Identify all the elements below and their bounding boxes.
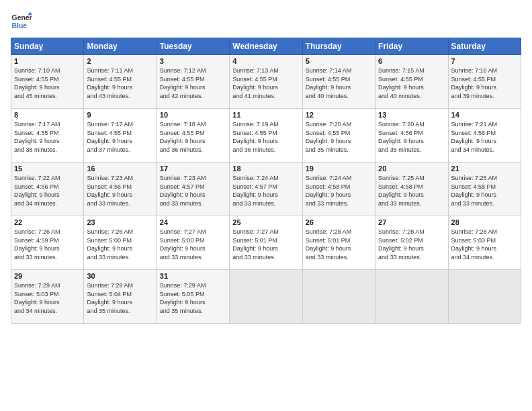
day-number: 5 xyxy=(306,57,372,65)
day-info: Sunrise: 7:25 AMSunset: 4:58 PMDaylight:… xyxy=(378,175,425,207)
calendar-cell: 20 Sunrise: 7:25 AMSunset: 4:58 PMDaylig… xyxy=(375,163,448,216)
logo: General Blue xyxy=(11,11,32,32)
calendar-cell: 11 Sunrise: 7:19 AMSunset: 4:55 PMDaylig… xyxy=(230,109,302,163)
calendar-cell: 12 Sunrise: 7:20 AMSunset: 4:55 PMDaylig… xyxy=(302,109,375,163)
weekday-header-wednesday: Wednesday xyxy=(230,38,302,55)
calendar-cell: 2 Sunrise: 7:11 AMSunset: 4:55 PMDayligh… xyxy=(84,55,157,109)
day-number: 26 xyxy=(306,218,372,226)
day-number: 16 xyxy=(87,165,153,173)
calendar-cell xyxy=(375,270,448,324)
calendar-cell: 4 Sunrise: 7:13 AMSunset: 4:55 PMDayligh… xyxy=(230,55,302,109)
day-info: Sunrise: 7:18 AMSunset: 4:55 PMDaylight:… xyxy=(160,121,206,153)
calendar-cell: 21 Sunrise: 7:25 AMSunset: 4:58 PMDaylig… xyxy=(448,163,521,216)
day-info: Sunrise: 7:29 AMSunset: 5:05 PMDaylight:… xyxy=(160,282,206,314)
day-number: 6 xyxy=(378,57,445,65)
calendar-cell: 18 Sunrise: 7:24 AMSunset: 4:57 PMDaylig… xyxy=(230,163,302,216)
day-info: Sunrise: 7:13 AMSunset: 4:55 PMDaylight:… xyxy=(232,67,279,99)
calendar-cell: 17 Sunrise: 7:23 AMSunset: 4:57 PMDaylig… xyxy=(157,163,229,216)
calendar-cell: 10 Sunrise: 7:18 AMSunset: 4:55 PMDaylig… xyxy=(157,109,229,163)
day-number: 23 xyxy=(87,218,153,226)
day-number: 20 xyxy=(378,165,445,173)
day-info: Sunrise: 7:20 AMSunset: 4:55 PMDaylight:… xyxy=(306,121,352,153)
calendar-cell: 15 Sunrise: 7:22 AMSunset: 4:56 PMDaylig… xyxy=(11,163,84,216)
day-number: 3 xyxy=(160,57,226,65)
day-number: 30 xyxy=(87,272,153,280)
calendar-cell: 13 Sunrise: 7:20 AMSunset: 4:56 PMDaylig… xyxy=(375,109,448,163)
svg-text:Blue: Blue xyxy=(12,22,28,30)
weekday-header-tuesday: Tuesday xyxy=(157,38,229,55)
day-number: 17 xyxy=(160,165,226,173)
calendar-cell: 29 Sunrise: 7:29 AMSunset: 5:03 PMDaylig… xyxy=(11,270,84,324)
day-number: 9 xyxy=(87,111,153,119)
calendar-cell: 25 Sunrise: 7:27 AMSunset: 5:01 PMDaylig… xyxy=(230,216,302,270)
calendar-cell: 24 Sunrise: 7:27 AMSunset: 5:00 PMDaylig… xyxy=(157,216,229,270)
day-number: 7 xyxy=(451,57,518,65)
day-info: Sunrise: 7:17 AMSunset: 4:55 PMDaylight:… xyxy=(87,121,133,153)
day-number: 14 xyxy=(451,111,518,119)
page: General Blue SundayMondayTuesdayWednesda… xyxy=(0,0,532,411)
weekday-header-thursday: Thursday xyxy=(302,38,375,55)
calendar-cell xyxy=(302,270,375,324)
day-number: 28 xyxy=(451,218,518,226)
calendar-cell: 27 Sunrise: 7:28 AMSunset: 5:02 PMDaylig… xyxy=(375,216,448,270)
day-number: 21 xyxy=(451,165,518,173)
day-info: Sunrise: 7:28 AMSunset: 5:03 PMDaylight:… xyxy=(451,228,498,261)
day-info: Sunrise: 7:19 AMSunset: 4:55 PMDaylight:… xyxy=(232,121,279,153)
day-info: Sunrise: 7:14 AMSunset: 4:55 PMDaylight:… xyxy=(306,67,352,99)
day-info: Sunrise: 7:25 AMSunset: 4:58 PMDaylight:… xyxy=(451,175,498,207)
weekday-header-friday: Friday xyxy=(375,38,448,55)
header: General Blue xyxy=(11,11,521,32)
day-number: 19 xyxy=(306,165,372,173)
day-info: Sunrise: 7:23 AMSunset: 4:57 PMDaylight:… xyxy=(160,175,206,207)
day-number: 31 xyxy=(160,272,226,280)
calendar-cell: 14 Sunrise: 7:21 AMSunset: 4:56 PMDaylig… xyxy=(448,109,521,163)
day-info: Sunrise: 7:29 AMSunset: 5:03 PMDaylight:… xyxy=(14,282,60,314)
calendar-cell: 8 Sunrise: 7:17 AMSunset: 4:55 PMDayligh… xyxy=(11,109,84,163)
day-info: Sunrise: 7:11 AMSunset: 4:55 PMDaylight:… xyxy=(87,67,133,99)
day-number: 25 xyxy=(232,218,299,226)
day-info: Sunrise: 7:27 AMSunset: 5:01 PMDaylight:… xyxy=(232,228,279,261)
day-number: 1 xyxy=(14,57,81,65)
calendar-cell xyxy=(448,270,521,324)
calendar-cell: 7 Sunrise: 7:16 AMSunset: 4:55 PMDayligh… xyxy=(448,55,521,109)
day-info: Sunrise: 7:15 AMSunset: 4:55 PMDaylight:… xyxy=(378,67,425,99)
day-number: 13 xyxy=(378,111,445,119)
day-info: Sunrise: 7:24 AMSunset: 4:57 PMDaylight:… xyxy=(232,175,279,207)
day-number: 2 xyxy=(87,57,153,65)
weekday-header-monday: Monday xyxy=(84,38,157,55)
day-info: Sunrise: 7:10 AMSunset: 4:55 PMDaylight:… xyxy=(14,67,60,99)
svg-text:General: General xyxy=(12,14,32,21)
calendar-cell: 3 Sunrise: 7:12 AMSunset: 4:55 PMDayligh… xyxy=(157,55,229,109)
calendar-cell: 1 Sunrise: 7:10 AMSunset: 4:55 PMDayligh… xyxy=(11,55,84,109)
day-info: Sunrise: 7:26 AMSunset: 4:59 PMDaylight:… xyxy=(14,228,60,261)
calendar-cell: 31 Sunrise: 7:29 AMSunset: 5:05 PMDaylig… xyxy=(157,270,229,324)
day-number: 11 xyxy=(232,111,299,119)
calendar-cell: 22 Sunrise: 7:26 AMSunset: 4:59 PMDaylig… xyxy=(11,216,84,270)
day-info: Sunrise: 7:29 AMSunset: 5:04 PMDaylight:… xyxy=(87,282,133,314)
calendar-cell: 26 Sunrise: 7:28 AMSunset: 5:01 PMDaylig… xyxy=(302,216,375,270)
day-number: 22 xyxy=(14,218,81,226)
day-info: Sunrise: 7:22 AMSunset: 4:56 PMDaylight:… xyxy=(14,175,60,207)
logo-icon: General Blue xyxy=(11,11,32,32)
day-info: Sunrise: 7:21 AMSunset: 4:56 PMDaylight:… xyxy=(451,121,498,153)
day-info: Sunrise: 7:28 AMSunset: 5:02 PMDaylight:… xyxy=(378,228,425,261)
day-info: Sunrise: 7:27 AMSunset: 5:00 PMDaylight:… xyxy=(160,228,206,261)
calendar-cell: 9 Sunrise: 7:17 AMSunset: 4:55 PMDayligh… xyxy=(84,109,157,163)
day-number: 12 xyxy=(306,111,372,119)
calendar-cell: 5 Sunrise: 7:14 AMSunset: 4:55 PMDayligh… xyxy=(302,55,375,109)
day-info: Sunrise: 7:23 AMSunset: 4:56 PMDaylight:… xyxy=(87,175,133,207)
day-number: 8 xyxy=(14,111,81,119)
day-number: 4 xyxy=(232,57,299,65)
day-info: Sunrise: 7:20 AMSunset: 4:56 PMDaylight:… xyxy=(378,121,425,153)
day-number: 27 xyxy=(378,218,445,226)
day-info: Sunrise: 7:26 AMSunset: 5:00 PMDaylight:… xyxy=(87,228,133,261)
day-info: Sunrise: 7:28 AMSunset: 5:01 PMDaylight:… xyxy=(306,228,352,261)
calendar-cell: 6 Sunrise: 7:15 AMSunset: 4:55 PMDayligh… xyxy=(375,55,448,109)
day-info: Sunrise: 7:16 AMSunset: 4:55 PMDaylight:… xyxy=(451,67,498,99)
weekday-header-sunday: Sunday xyxy=(11,38,84,55)
calendar-cell: 30 Sunrise: 7:29 AMSunset: 5:04 PMDaylig… xyxy=(84,270,157,324)
calendar-cell: 23 Sunrise: 7:26 AMSunset: 5:00 PMDaylig… xyxy=(84,216,157,270)
calendar-cell: 28 Sunrise: 7:28 AMSunset: 5:03 PMDaylig… xyxy=(448,216,521,270)
calendar-cell: 16 Sunrise: 7:23 AMSunset: 4:56 PMDaylig… xyxy=(84,163,157,216)
calendar-cell xyxy=(230,270,302,324)
